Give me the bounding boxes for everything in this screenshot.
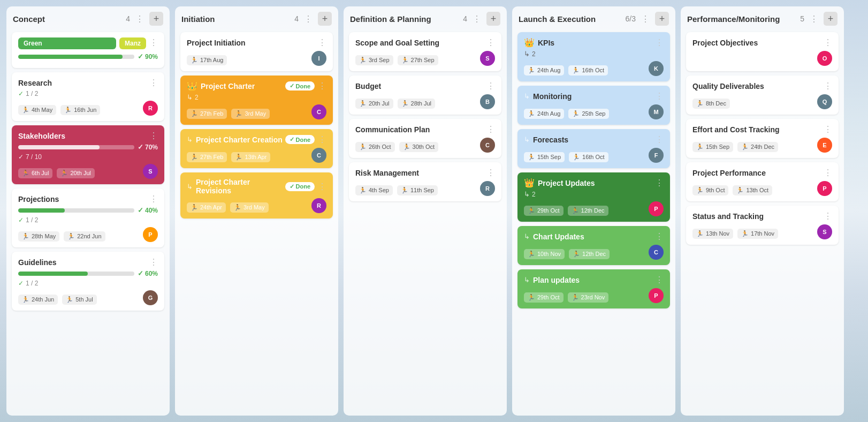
card-menu-projections[interactable]: ⋮ [149, 194, 158, 204]
column-menu-icon-concept[interactable]: ⋮ [133, 13, 146, 25]
subtask-count-row-project-updates: ↳2 [524, 190, 664, 198]
card-dates-status-tracking: 🏃13th Nov🏃17th Nov [692, 229, 778, 239]
column-add-btn-definition[interactable]: + [486, 12, 500, 26]
card-menu-project-updates[interactable]: ⋮ [655, 178, 664, 188]
card-top-row-kpis: 👑KPIs⋮ [524, 37, 664, 48]
card-menu-scope-goal[interactable]: ⋮ [486, 37, 495, 48]
card-bottom-row-quality-deliverables: 🏃8th DecQ [692, 94, 832, 109]
column-menu-icon-launch[interactable]: ⋮ [639, 13, 652, 25]
card-menu-budget[interactable]: ⋮ [486, 81, 495, 91]
card-project-performance[interactable]: Project Performance⋮🏃9th Oct🏃13th OctP [686, 162, 839, 201]
card-forecasts[interactable]: ↳Forecasts⋮🏃15th Sep🏃16th OctF [517, 129, 670, 168]
card-project-initiation[interactable]: Project Initiation⋮🏃17th AugI [180, 32, 333, 71]
card-green-manz[interactable]: GreenManz⋮✓ 90% [12, 32, 164, 68]
date-label-project-charter-1: 3rd May [245, 110, 266, 117]
column-menu-icon-definition[interactable]: ⋮ [470, 13, 483, 25]
card-title-kpis: KPIs [538, 39, 554, 47]
card-menu-monitoring[interactable]: ⋮ [655, 91, 664, 101]
column-add-btn-performance[interactable]: + [824, 12, 837, 26]
card-project-objectives[interactable]: Project Objectives⋮O [686, 32, 839, 71]
card-menu-chart-updates[interactable]: ⋮ [655, 231, 664, 242]
column-cards-concept: GreenManz⋮✓ 90%Research⋮✓1 / 2🏃4th May🏃1… [6, 30, 170, 416]
progress-label-projections: ✓ 40% [138, 206, 158, 214]
card-bottom-row-project-updates: 🏃29th Oct🏃12th DecP [524, 201, 664, 216]
card-menu-project-initiation[interactable]: ⋮ [318, 37, 326, 48]
date-label-projections-0: 28th May [32, 233, 56, 239]
card-dates-monitoring: 🏃24th Aug🏃25th Sep [524, 109, 609, 119]
card-top-row-project-performance: Project Performance⋮ [692, 168, 832, 178]
date-chip-project-charter-creation-1: 🏃13th Apr [231, 152, 270, 162]
card-menu-research[interactable]: ⋮ [149, 78, 158, 88]
date-label-monitoring-1: 25th Sep [582, 110, 605, 117]
card-effort-cost[interactable]: Effort and Cost Tracking⋮🏃15th Sep🏃24th … [686, 119, 839, 158]
card-menu-stakeholders[interactable]: ⋮ [149, 131, 158, 141]
card-menu-project-charter-revisions[interactable]: ⋮ [318, 182, 326, 192]
card-project-charter-creation[interactable]: ↳Project Charter Creation✓ Done⋮🏃27th Fe… [180, 129, 333, 168]
card-budget[interactable]: Budget⋮🏃20th Jul🏃28th JulB [349, 76, 501, 115]
card-dates-project-charter: 🏃27th Feb🏃3rd May [187, 109, 270, 119]
card-menu-plan-updates[interactable]: ⋮ [655, 275, 664, 285]
card-bottom-row-project-initiation: 🏃17th AugI [187, 51, 326, 66]
avatar-project-charter-revisions: R [311, 198, 326, 213]
card-communication-plan[interactable]: Communication Plan⋮🏃26th Oct🏃30th OctC [349, 119, 501, 158]
card-dates-budget: 🏃20th Jul🏃28th Jul [355, 99, 435, 109]
card-title-communication-plan: Communication Plan [355, 125, 430, 134]
card-menu-icon[interactable]: ⋮ [149, 37, 158, 49]
card-menu-communication-plan[interactable]: ⋮ [486, 124, 495, 134]
card-menu-status-tracking[interactable]: ⋮ [824, 211, 832, 221]
date-label-scope-goal-1: 27th Sep [411, 57, 435, 63]
date-chip-project-initiation-0: 🏃17th Aug [187, 55, 227, 65]
column-menu-icon-performance[interactable]: ⋮ [808, 13, 820, 25]
card-plan-updates[interactable]: ↳Plan updates⋮🏃29th Oct🏃23rd NovP [517, 269, 670, 308]
subtask-arrow-project-charter-revisions: ↳ [187, 183, 193, 191]
card-menu-kpis[interactable]: ⋮ [655, 37, 664, 48]
subtask-arrow-plan-updates: ↳ [524, 276, 530, 284]
date-chip-monitoring-0: 🏃24th Aug [524, 109, 564, 119]
card-status-tracking[interactable]: Status and Tracking⋮🏃13th Nov🏃17th NovS [686, 206, 839, 245]
card-research[interactable]: Research⋮✓1 / 2🏃4th May🏃16th JunR [12, 72, 164, 121]
card-menu-effort-cost[interactable]: ⋮ [824, 124, 832, 134]
card-monitoring[interactable]: ↳Monitoring⋮🏃24th Aug🏃25th SepM [517, 86, 670, 125]
card-project-charter-revisions[interactable]: ↳Project Charter Revisions✓ Done⋮🏃24th A… [180, 172, 333, 218]
card-menu-guidelines[interactable]: ⋮ [149, 257, 158, 267]
date-chip-plan-updates-1: 🏃23rd Nov [568, 292, 609, 303]
card-title-quality-deliverables: Quality Deliverables [692, 82, 764, 91]
card-risk-management[interactable]: Risk Management⋮🏃4th Sep🏃11th SepR [349, 162, 501, 201]
column-performance: Performance/Monitoring5⋮+Project Objecti… [681, 6, 844, 416]
card-top-row-plan-updates: ↳Plan updates⋮ [524, 275, 664, 285]
card-chart-updates[interactable]: ↳Chart Updates⋮🏃10th Nov🏃12th DecC [517, 226, 670, 265]
date-icon-effort-cost-1: 🏃 [741, 144, 749, 150]
card-project-updates[interactable]: 👑Project Updates⋮↳2🏃29th Oct🏃12th DecP [517, 172, 670, 222]
date-icon-kpis-0: 🏃 [528, 67, 535, 74]
avatar-forecasts: F [649, 148, 664, 163]
column-launch: Launch & Execution6/3⋮+👑KPIs⋮↳2🏃24th Aug… [512, 6, 675, 416]
date-icon-project-updates-1: 🏃 [572, 207, 579, 214]
progress-row: ✓ 90% [18, 52, 158, 61]
card-menu-risk-management[interactable]: ⋮ [486, 168, 495, 178]
card-title-plan-updates: Plan updates [533, 276, 580, 284]
column-add-btn-concept[interactable]: + [149, 12, 163, 26]
date-label-risk-management-1: 11th Sep [410, 187, 434, 193]
card-menu-forecasts[interactable]: ⋮ [655, 134, 664, 145]
card-stakeholders[interactable]: Stakeholders⋮✓ 70%✓7 / 10🏃6th Jul🏃20th J… [12, 125, 164, 184]
card-project-charter[interactable]: 👑Project Charter✓ Done⋮↳2🏃27th Feb🏃3rd M… [180, 76, 333, 125]
card-menu-project-objectives[interactable]: ⋮ [824, 37, 832, 48]
card-kpis[interactable]: 👑KPIs⋮↳2🏃24th Aug🏃16th OctK [517, 32, 670, 81]
card-menu-project-charter[interactable]: ⋮ [318, 81, 326, 91]
card-quality-deliverables[interactable]: Quality Deliverables⋮🏃8th DecQ [686, 76, 839, 115]
column-add-btn-initiation[interactable]: + [318, 12, 332, 26]
date-chip-project-updates-1: 🏃12th Dec [568, 206, 608, 216]
card-projections[interactable]: Projections⋮✓ 40%✓1 / 2🏃28th May🏃22nd Ju… [12, 189, 164, 247]
card-menu-quality-deliverables[interactable]: ⋮ [824, 81, 832, 91]
card-menu-project-charter-creation[interactable]: ⋮ [318, 134, 326, 145]
check-icon-guidelines: ✓ [18, 280, 24, 287]
card-title-stakeholders: Stakeholders [18, 132, 65, 140]
date-icon-project-performance-0: 🏃 [696, 187, 704, 194]
column-add-btn-launch[interactable]: + [655, 12, 669, 26]
column-menu-icon-initiation[interactable]: ⋮ [302, 13, 315, 25]
card-menu-project-performance[interactable]: ⋮ [824, 168, 832, 178]
card-scope-goal[interactable]: Scope and Goal Setting⋮🏃3rd Sep🏃27th Sep… [349, 32, 501, 71]
card-title-status-tracking: Status and Tracking [692, 212, 764, 221]
card-bottom-row-communication-plan: 🏃26th Oct🏃30th OctC [355, 138, 495, 153]
card-guidelines[interactable]: Guidelines⋮✓ 60%✓1 / 2🏃24th Jun🏃5th JulG [12, 252, 164, 311]
